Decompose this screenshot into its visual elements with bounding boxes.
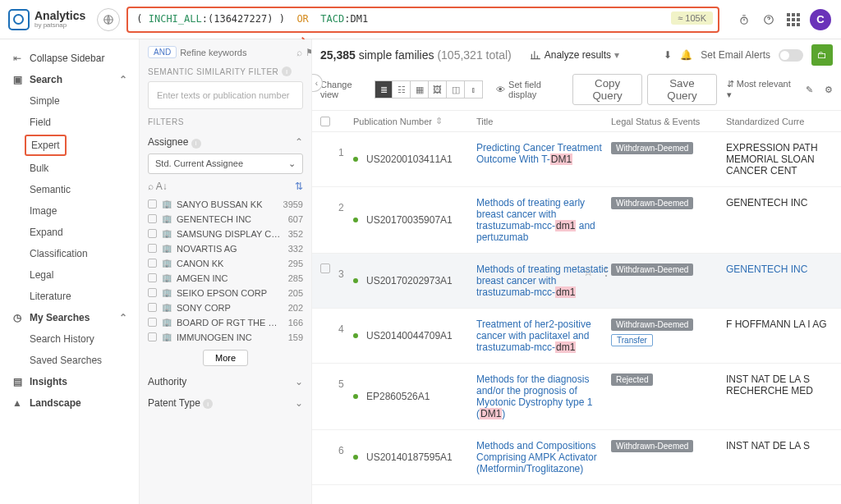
sidebar-landscape-header[interactable]: ▲Landscape — [0, 392, 139, 414]
assignee-name[interactable]: EXPRESSION PATH MEMORIAL SLOAN CANCER CE… — [726, 142, 818, 176]
assignee-name[interactable]: INST NAT DE LA S — [726, 440, 810, 451]
filter-authority-header[interactable]: Authority⌄ — [148, 371, 303, 392]
sidebar-search-header[interactable]: ▣Search⌃ — [0, 69, 139, 90]
checkbox[interactable] — [148, 259, 157, 268]
refine-keywords-input[interactable] — [180, 48, 293, 57]
gear-icon[interactable]: ⚙ — [825, 85, 833, 95]
user-avatar[interactable]: C — [810, 9, 831, 30]
assignee-name[interactable]: GENENTECH INC — [726, 197, 807, 208]
result-title-link[interactable]: Methods of treating early breast cancer … — [476, 197, 595, 243]
apps-grid-icon[interactable] — [785, 11, 802, 28]
sidebar-item-legal[interactable]: Legal — [0, 264, 139, 286]
publication-number[interactable]: US20140187595A1 — [366, 451, 453, 463]
sidebar-item-literature[interactable]: Literature — [0, 286, 139, 307]
filter-assignee-item[interactable]: 🏢SEIKO EPSON CORP205 — [148, 286, 303, 300]
folder-add-button[interactable]: 🗀 — [811, 44, 833, 66]
filter-assignee-item[interactable]: 🏢BOARD OF RGT THE UNIV OF TEXAS SYST166 — [148, 315, 303, 330]
view-grid-icon[interactable]: ▦ — [411, 80, 429, 99]
result-row[interactable]: 3US20170202973A1Methods of treating meta… — [312, 254, 841, 309]
sidebar-item-expand[interactable]: Expand — [0, 222, 139, 243]
view-side-icon[interactable]: ◫ — [447, 80, 465, 99]
row-checkbox[interactable] — [320, 263, 330, 273]
publication-number[interactable]: US20200103411A1 — [366, 153, 453, 165]
result-title-link[interactable]: Methods for the diagnosis and/or the pro… — [476, 373, 592, 419]
checkbox[interactable] — [148, 288, 157, 297]
sidebar-item-expert[interactable]: Expert — [25, 135, 67, 156]
assignee-name[interactable]: INST NAT DE LA S RECHERCHE MED — [726, 373, 813, 396]
query-input[interactable] — [126, 7, 719, 33]
operator-and-pill[interactable]: AND — [148, 46, 177, 58]
assignee-name[interactable]: GENENTECH INC — [726, 263, 807, 275]
checkbox[interactable] — [148, 244, 157, 253]
result-title-link[interactable]: Treatment of her2-positive cancer with p… — [476, 318, 591, 353]
publication-number[interactable]: EP2860526A1 — [366, 391, 430, 402]
sidebar-insights-header[interactable]: ▤Insights — [0, 371, 139, 392]
semantic-input-box[interactable]: Enter texts or publication number — [148, 81, 303, 109]
filter-assignee-item[interactable]: 🏢SAMSUNG DISPLAY CO LTD352 — [148, 227, 303, 241]
sidebar-item-field[interactable]: Field — [0, 112, 139, 133]
filter-assignee-item[interactable]: 🏢IMMUNOGEN INC159 — [148, 330, 303, 345]
sidebar-item-classification[interactable]: Classification — [0, 243, 139, 264]
result-row[interactable]: 1US20200103411A1Predicting Cancer Treatm… — [312, 132, 841, 187]
filter-assignee-item[interactable]: 🏢GENENTECH INC607 — [148, 212, 303, 227]
sort-az-icon[interactable]: A↓ — [156, 181, 168, 192]
collapse-sidebar-button[interactable]: ⇤Collapse Sidebar — [0, 48, 139, 69]
view-list-icon[interactable]: ≣ — [375, 80, 393, 99]
checkbox[interactable] — [148, 273, 157, 282]
set-email-alerts-label[interactable]: Set Email Alerts — [701, 49, 770, 61]
globe-icon[interactable] — [97, 8, 120, 31]
star-icon[interactable]: ☆ — [583, 265, 594, 278]
sidebar-item-search-history[interactable]: Search History — [0, 328, 139, 350]
assignee-name[interactable]: F HOFFMANN LA I AG — [726, 318, 827, 330]
header-title[interactable]: Title — [476, 117, 611, 126]
search-icon[interactable]: ⌕ — [296, 47, 302, 58]
result-row[interactable]: 4US20140044709A1Treatment of her2-positi… — [312, 309, 841, 364]
result-row[interactable]: 5EP2860526A1Methods for the diagnosis an… — [312, 364, 841, 430]
checkbox[interactable] — [148, 229, 157, 238]
analyze-results-button[interactable]: Analyze results ▾ — [530, 49, 619, 61]
select-all-checkbox[interactable] — [320, 117, 330, 126]
result-title-link[interactable]: Predicting Cancer Treatment Outcome With… — [476, 142, 602, 165]
info-icon[interactable]: i — [282, 66, 292, 76]
save-query-button[interactable]: Save Query — [647, 74, 716, 105]
copy-query-button[interactable]: Copy Query — [572, 74, 642, 105]
sidebar-item-bulk[interactable]: Bulk — [0, 158, 139, 179]
result-row[interactable]: 2US20170035907A1Methods of treating earl… — [312, 187, 841, 254]
search-icon[interactable]: ⌕ — [148, 181, 154, 192]
checkbox[interactable] — [148, 332, 157, 341]
filter-assignee-item[interactable]: 🏢CANON KK295 — [148, 256, 303, 271]
sort-icon[interactable]: ⇕ — [435, 116, 443, 126]
assignee-type-select[interactable]: Std. Current Assignee⌄ — [148, 153, 303, 174]
publication-number[interactable]: US20140044709A1 — [366, 330, 453, 341]
download-icon[interactable]: ⬇ — [664, 49, 672, 61]
filter-assignee-item[interactable]: 🏢NOVARTIS AG332 — [148, 241, 303, 256]
checkbox[interactable] — [148, 303, 157, 312]
more-button[interactable]: More — [203, 350, 248, 366]
sidebar-item-image[interactable]: Image — [0, 200, 139, 222]
sort-bars-icon[interactable]: ⇅ — [295, 181, 303, 192]
pencil-icon[interactable]: ✎ — [806, 85, 813, 95]
info-icon[interactable]: i — [191, 139, 201, 149]
checkbox[interactable] — [148, 318, 157, 327]
checkbox[interactable] — [148, 199, 157, 208]
result-row[interactable]: 6US20140187595A1Methods and Compositions… — [312, 430, 841, 485]
set-field-display-button[interactable]: 👁 Set field display — [496, 80, 568, 99]
checkbox[interactable] — [148, 214, 157, 223]
flag-icon[interactable]: ⚑ — [306, 47, 312, 58]
sidebar-item-simple[interactable]: Simple — [0, 90, 139, 112]
publication-number[interactable]: US20170202973A1 — [366, 275, 453, 286]
more-actions-icon[interactable]: ⋮ — [600, 265, 611, 278]
filter-assignee-item[interactable]: 🏢AMGEN INC285 — [148, 271, 303, 286]
result-title-link[interactable]: Methods and Compositions Comprising AMPK… — [476, 440, 597, 474]
filter-patent-type-header[interactable]: Patent Type i⌄ — [148, 392, 303, 415]
view-compact-icon[interactable]: ☷ — [393, 80, 411, 99]
filter-assignee-header[interactable]: Assignee i⌃ — [148, 131, 303, 153]
header-publication[interactable]: Publication Number⇕ — [353, 116, 476, 126]
publication-number[interactable]: US20170035907A1 — [366, 214, 453, 226]
filter-assignee-item[interactable]: 🏢SONY CORP202 — [148, 300, 303, 315]
header-legal[interactable]: Legal Status & Events — [611, 117, 726, 126]
sidebar-item-semantic[interactable]: Semantic — [0, 179, 139, 200]
stopwatch-icon[interactable] — [736, 11, 752, 28]
help-icon[interactable] — [761, 11, 777, 28]
filter-assignee-item[interactable]: 🏢SANYO BUSSAN KK3959 — [148, 197, 303, 212]
